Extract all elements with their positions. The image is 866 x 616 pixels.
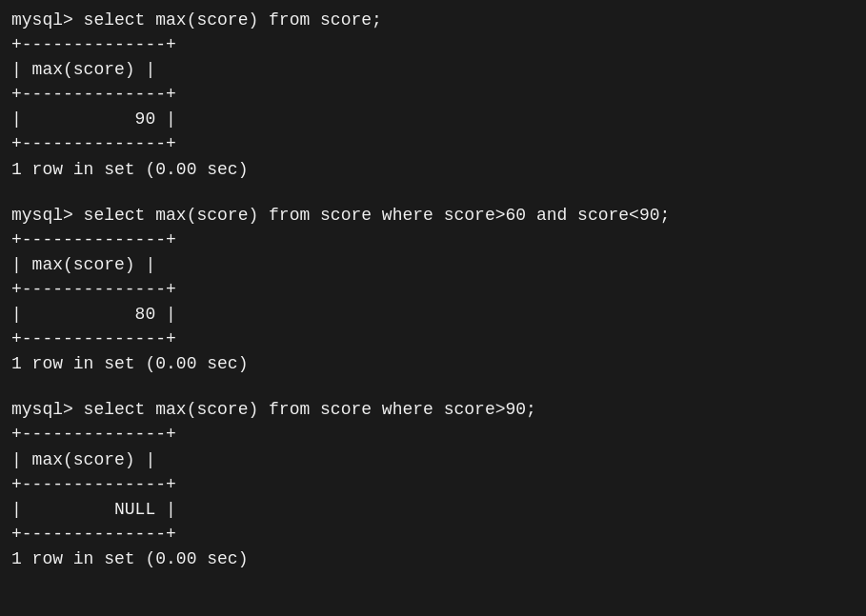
query-block-2: mysql> select max(score) from score wher… xyxy=(11,203,855,377)
row-1-2: | 80 | xyxy=(11,302,855,327)
table-top-2: +--------------+ xyxy=(11,228,855,252)
table-bottom-1: +--------------+ xyxy=(11,131,855,156)
header-1: | max(score) | xyxy=(11,57,855,82)
table-top-1: +--------------+ xyxy=(11,32,855,57)
table-top-3: +--------------+ xyxy=(11,422,855,447)
summary-2: 1 row in set (0.00 sec) xyxy=(11,351,855,376)
prompt-1: mysql> select max(score) from score; xyxy=(11,8,855,32)
header-sep-2: +--------------+ xyxy=(11,277,855,302)
header-sep-3: +--------------+ xyxy=(11,472,855,497)
table-bottom-3: +--------------+ xyxy=(11,522,855,546)
header-3: | max(score) | xyxy=(11,447,855,472)
summary-3: 1 row in set (0.00 sec) xyxy=(11,546,855,571)
table-bottom-2: +--------------+ xyxy=(11,327,855,351)
terminal-window: mysql> select max(score) from score; +--… xyxy=(11,8,855,616)
summary-1: 1 row in set (0.00 sec) xyxy=(11,157,855,182)
row-1-1: | 90 | xyxy=(11,107,855,131)
header-sep-1: +--------------+ xyxy=(11,82,855,107)
prompt-2: mysql> select max(score) from score wher… xyxy=(11,203,855,228)
row-1-3: | NULL | xyxy=(11,497,855,522)
query-block-3: mysql> select max(score) from score wher… xyxy=(11,397,855,571)
header-2: | max(score) | xyxy=(11,252,855,277)
query-block-1: mysql> select max(score) from score; +--… xyxy=(11,8,855,182)
prompt-3: mysql> select max(score) from score wher… xyxy=(11,397,855,422)
